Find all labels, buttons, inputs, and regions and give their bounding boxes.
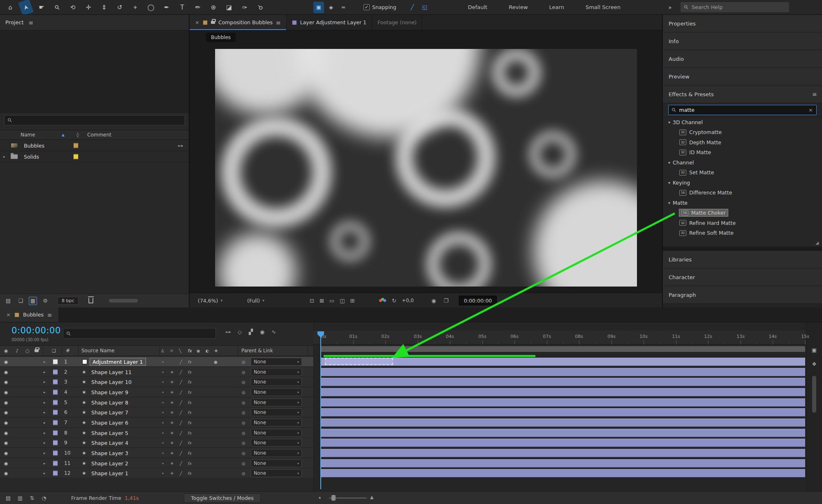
parent-link-dropdown[interactable]: None▾ <box>251 378 302 386</box>
layer-row-8[interactable]: ◉▸8★Shape Layer 5⚬✳╱fx◎None▾ <box>0 428 313 438</box>
workspace-default[interactable]: Default <box>468 4 488 10</box>
eye-icon[interactable]: ◉ <box>4 400 8 405</box>
vertical-scrollbar[interactable] <box>812 376 816 413</box>
shy-icon[interactable]: ⚬ <box>161 370 164 374</box>
expand-in-out-icon[interactable]: ⇅ <box>28 494 36 502</box>
fx-icon[interactable]: fx <box>188 410 191 414</box>
quality-icon[interactable]: ╱ <box>180 461 182 465</box>
panel-header-character[interactable]: Character <box>663 268 822 286</box>
eye-icon[interactable]: ◉ <box>4 420 8 425</box>
quality-icon[interactable]: ╱ <box>180 471 182 475</box>
close-icon[interactable]: × <box>6 312 11 318</box>
workspace-learn[interactable]: Learn <box>549 4 564 10</box>
workspace-small-screen[interactable]: Small Screen <box>586 4 621 10</box>
layer-name[interactable]: Shape Layer 5 <box>91 430 128 436</box>
effect-category-matte[interactable]: ▾Matte <box>663 198 822 208</box>
layer-row-11[interactable]: ◉▸11★Shape Layer 2⚬✳╱fx◎None▾ <box>0 458 313 468</box>
new-composition-icon[interactable]: ▦ <box>29 297 37 305</box>
pickwhip-icon[interactable]: ◎ <box>242 379 245 384</box>
quality-icon[interactable]: ╱ <box>180 379 182 384</box>
effect-item-set-matte[interactable]: 32Set Matte <box>663 168 822 178</box>
bit-depth-button[interactable]: 8 bpc <box>58 297 79 305</box>
puppet-pin-tool-icon[interactable]: ⚲ <box>251 0 269 15</box>
expander-icon[interactable]: ▸ <box>3 155 5 159</box>
layer-number-column[interactable]: # <box>66 348 70 354</box>
fx-icon[interactable]: fx <box>188 471 191 475</box>
effect-item-refine-soft-matte[interactable]: 32Refine Soft Matte <box>663 228 822 238</box>
parent-link-dropdown[interactable]: None▾ <box>251 439 302 446</box>
hand-tool-icon[interactable]: ☛ <box>35 2 49 13</box>
fx-icon[interactable]: fx <box>188 400 191 405</box>
resolution-dropdown[interactable]: (Full) ▾ <box>247 297 264 303</box>
footage-settings-icon[interactable]: ⚙ <box>41 297 49 305</box>
audio-column-icon[interactable]: ♪ <box>16 348 19 354</box>
composition-breadcrumb[interactable]: Bubbles <box>206 33 236 42</box>
snapping-checkbox-icon[interactable]: ✓ <box>364 4 370 10</box>
timeline-search-input[interactable]: ⚲ <box>63 328 216 339</box>
label-color-chip[interactable] <box>73 143 79 148</box>
viewer-tab-1[interactable]: ×Composition Bubbles≡ <box>190 15 287 30</box>
effect-item-difference-matte[interactable]: 16Difference Matte <box>663 188 822 198</box>
effects-panel-header[interactable]: Effects & Presets ≡ <box>663 86 822 103</box>
layer-row-4[interactable]: ◉▸4★Shape Layer 9⚬✳╱fx◎None▾ <box>0 387 313 397</box>
layer-bar-4[interactable] <box>321 388 805 396</box>
shy-icon[interactable]: ⚬ <box>161 359 164 364</box>
motion-blur-icon[interactable]: ◉ <box>260 329 264 335</box>
expander-icon[interactable]: ▸ <box>44 471 46 475</box>
label-color-chip[interactable] <box>53 450 58 455</box>
shy-icon[interactable]: ⚬ <box>161 461 164 465</box>
layer-name[interactable]: Shape Layer 2 <box>91 460 128 466</box>
transparency-grid-icon[interactable]: ◫ <box>340 297 345 303</box>
layer-bar-7[interactable] <box>321 418 805 427</box>
parent-link-dropdown[interactable]: None▾ <box>251 429 302 437</box>
fx-icon[interactable]: fx <box>188 430 191 435</box>
column-name[interactable]: Name <box>21 132 35 138</box>
quality-icon[interactable]: ╱ <box>180 440 182 445</box>
snapping-toggle[interactable]: ✓ Snapping <box>364 4 396 10</box>
layer-name[interactable]: Shape Layer 7 <box>91 409 128 415</box>
layer-name[interactable]: Shape Layer 9 <box>91 389 128 395</box>
adjustment-toggle-icon[interactable]: ● <box>214 359 218 364</box>
layer-row-7[interactable]: ◉▸7★Shape Layer 6⚬✳╱fx◎None▾ <box>0 418 313 428</box>
region-of-interest-icon[interactable]: ⊡ <box>310 297 314 303</box>
mask-path-visibility-icon[interactable]: ⊠ <box>320 297 324 303</box>
type-tool-icon[interactable]: T <box>175 2 189 13</box>
shy-icon[interactable]: ⚬ <box>161 430 164 435</box>
panel-header-libraries[interactable]: Libraries <box>663 251 822 268</box>
collapse-transformations-icon[interactable]: ✳ <box>170 461 174 465</box>
layer-bar-9[interactable] <box>321 439 805 447</box>
fx-icon[interactable]: fx <box>188 359 191 364</box>
label-color-chip[interactable] <box>53 440 58 445</box>
pickwhip-icon[interactable]: ◎ <box>242 471 245 475</box>
quality-icon[interactable]: ╱ <box>180 420 182 425</box>
effect-drop-target[interactable] <box>325 358 393 365</box>
expand-transfer-controls-icon[interactable]: ▥ <box>16 494 24 502</box>
zoom-slider-handle[interactable] <box>331 495 336 501</box>
layer-name[interactable]: Shape Layer 8 <box>91 399 128 405</box>
layer-row-12[interactable]: ◉▸12★Shape Layer 1⚬✳╱fx◎None▾ <box>0 468 313 478</box>
label-color-chip[interactable] <box>53 470 58 476</box>
fx-icon[interactable]: fx <box>188 379 191 384</box>
brush-tool-icon[interactable]: ✏ <box>191 2 205 13</box>
show-channel-icon[interactable] <box>379 298 387 303</box>
magnification-dropdown[interactable]: (74,6%) ▾ <box>198 297 222 303</box>
effect-item-matte-choker[interactable]: 16Matte Choker <box>663 208 822 218</box>
work-area-bar[interactable] <box>321 346 805 352</box>
title-action-safe-icon[interactable]: ▭ <box>329 297 334 303</box>
layer-name[interactable]: Shape Layer 6 <box>91 419 128 425</box>
panel-header-paragraph[interactable]: Paragraph <box>663 286 822 304</box>
pickwhip-icon[interactable]: ◎ <box>242 410 245 414</box>
collapse-transformations-icon[interactable]: ✳ <box>170 370 174 374</box>
clone-stamp-tool-icon[interactable]: ⊛ <box>206 2 220 13</box>
shy-icon[interactable]: ⚬ <box>161 471 164 475</box>
effect-item-cryptomatte[interactable]: 32Cryptomatte <box>663 127 822 138</box>
panel-header-info[interactable]: Info <box>663 32 822 50</box>
delete-item-icon[interactable] <box>88 298 93 303</box>
feather-option-icon[interactable]: ≈ <box>338 2 349 13</box>
eye-icon[interactable]: ◉ <box>4 450 8 455</box>
expander-icon[interactable]: ▸ <box>44 421 46 425</box>
fx-icon[interactable]: fx <box>188 451 191 455</box>
timeline-tab[interactable]: × Bubbles ≡ <box>0 307 58 322</box>
video-eye-column-icon[interactable]: ◉ <box>4 348 8 354</box>
layer-bar-1[interactable] <box>321 358 805 366</box>
